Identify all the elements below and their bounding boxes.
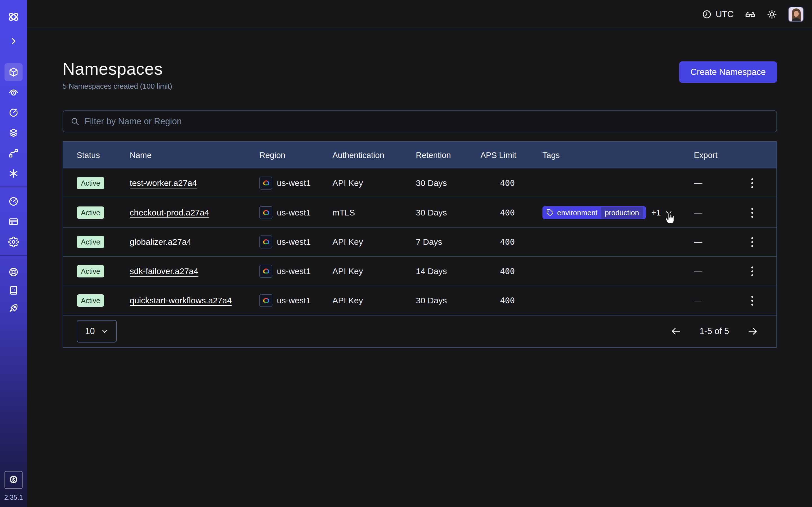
theme-toggle-sun-icon[interactable] [767,9,777,19]
table-row: Active checkout-prod.a27a4 us-west1 m [63,198,776,227]
column-header-export[interactable]: Export [694,151,763,160]
namespaces-table: Status Name Region Authentication Retent… [63,142,777,348]
status-badge: Active [77,236,104,248]
sidebar-item-docs[interactable] [4,281,22,299]
column-header-tags[interactable]: Tags [543,151,694,160]
previous-page-arrow-icon[interactable] [670,326,681,337]
aps-limit-value: 400 [480,208,515,217]
export-value: — [694,178,702,188]
next-page-arrow-icon[interactable] [747,326,758,337]
sidebar-divider [0,255,27,256]
page-size-value: 10 [85,326,95,336]
sidebar-item-deployments[interactable] [4,124,22,142]
namespace-link[interactable]: test-worker.a27a4 [130,178,197,187]
row-menu-kebab-icon[interactable] [750,265,755,278]
tag-icon [546,209,554,216]
gcp-cloud-icon [259,265,272,278]
export-value: — [694,267,702,276]
pagination-range: 1-5 of 5 [700,326,729,336]
retention-value: 7 Days [416,237,480,247]
retention-value: 30 Days [416,296,480,305]
column-header-authentication[interactable]: Authentication [333,151,416,160]
retention-value: 30 Days [416,208,480,217]
status-badge: Active [77,177,104,189]
aps-limit-value: 400 [480,267,515,276]
timezone-label: UTC [716,9,733,19]
region-label: us-west1 [277,178,311,188]
chevron-down-icon [101,328,108,335]
status-badge: Active [77,265,104,277]
row-menu-kebab-icon[interactable] [750,177,755,190]
column-header-aps-limit[interactable]: APS Limit [480,151,515,160]
table-row: Active test-worker.a27a4 us-west1 API [63,168,776,198]
page-title: Namespaces [63,59,172,78]
status-badge: Active [77,207,104,219]
sidebar-item-batch-operations[interactable] [4,165,22,182]
filter-bar [63,110,777,132]
sidebar-item-settings[interactable] [4,233,22,251]
row-menu-kebab-icon[interactable] [750,235,755,249]
badge-dollar-icon [8,475,18,485]
column-header-region[interactable]: Region [259,151,333,160]
sidebar-nav-help [4,263,22,317]
auth-method: API Key [333,237,416,247]
column-header-retention[interactable]: Retention [416,151,480,160]
auth-method: API Key [333,178,416,188]
tag-key: environment [557,209,598,217]
sidebar-item-get-started[interactable] [4,299,22,317]
glasses-icon[interactable] [745,9,756,20]
table-header-row: Status Name Region Authentication Retent… [63,142,776,168]
namespace-link[interactable]: checkout-prod.a27a4 [130,208,209,217]
gcp-cloud-icon [259,235,272,248]
tags-expand-chevron-icon[interactable] [664,208,673,217]
region-label: us-west1 [277,267,311,276]
pricing-badge-button[interactable] [4,471,22,489]
gcp-cloud-icon [259,177,272,189]
export-value: — [694,208,702,217]
clock-icon [702,10,712,19]
sidebar: 2.35.1 [0,0,27,507]
export-value: — [694,296,702,305]
export-value: — [694,237,702,247]
sidebar-expand-chevron-icon[interactable] [4,32,22,50]
sidebar-item-usage[interactable] [4,192,22,210]
retention-value: 30 Days [416,178,480,188]
sidebar-item-support[interactable] [4,263,22,281]
sidebar-item-namespaces[interactable] [4,63,22,81]
tags-more-count: +1 [652,208,661,217]
status-badge: Active [77,294,104,307]
row-menu-kebab-icon[interactable] [750,294,755,307]
sidebar-nav-primary [4,63,22,185]
gcp-cloud-icon [259,206,272,219]
tag-pill[interactable]: environment production [543,206,646,219]
filter-input[interactable] [85,116,769,126]
sidebar-item-billing[interactable] [4,213,22,231]
region-label: us-west1 [277,296,311,305]
page-subtitle: 5 Namespaces created (100 limit) [63,82,172,91]
auth-method: API Key [333,267,416,276]
timezone-selector[interactable]: UTC [702,9,733,19]
page-size-select[interactable]: 10 [77,320,117,342]
create-namespace-button[interactable]: Create Namespace [679,61,777,83]
tag-value: production [601,207,643,219]
retention-value: 14 Days [416,267,480,276]
namespace-link[interactable]: globalizer.a27a4 [130,237,192,246]
sidebar-item-monitoring[interactable] [4,83,22,101]
user-avatar[interactable] [788,7,804,22]
sidebar-item-schedules[interactable] [4,104,22,122]
table-footer: 10 1-5 of 5 [63,315,776,347]
table-row: Active sdk-failover.a27a4 us-west1 AP [63,256,776,286]
namespace-link[interactable]: sdk-failover.a27a4 [130,267,199,276]
region-label: us-west1 [277,237,311,247]
column-header-name[interactable]: Name [130,151,259,160]
page-content: Namespaces 5 Namespaces created (100 lim… [27,29,812,348]
namespace-link[interactable]: quickstart-workflows.a27a4 [130,296,232,305]
topbar: UTC [27,0,812,29]
column-header-status[interactable]: Status [77,151,130,160]
table-row: Active quickstart-workflows.a27a4 us-wes… [63,286,776,315]
auth-method: API Key [333,296,416,305]
temporal-logo-icon [4,8,22,26]
sidebar-item-nexus[interactable] [4,144,22,162]
main-area: UTC [27,0,812,507]
row-menu-kebab-icon[interactable] [750,206,755,219]
